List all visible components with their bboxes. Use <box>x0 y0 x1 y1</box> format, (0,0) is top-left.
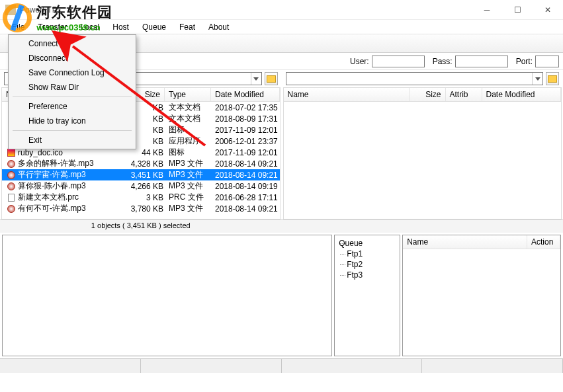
file-name: 新建文本文档.prc <box>18 192 79 203</box>
col-name[interactable]: Name <box>284 88 410 101</box>
folder-icon <box>548 75 557 83</box>
bottom-zone: Queue Ftp1 Ftp2 Ftp3 Name Action <box>0 233 563 358</box>
chevron-down-icon <box>535 77 541 81</box>
tree-node[interactable]: Ftp2 <box>337 259 397 270</box>
menu-item-preference[interactable]: Preference <box>10 99 134 114</box>
user-input[interactable] <box>372 56 425 67</box>
file-name: 有何不可-许嵩.mp3 <box>18 203 86 214</box>
list-item[interactable]: 平行宇宙-许嵩.mp33,451 KBMP3 文件2018-08-14 09:2… <box>2 169 280 180</box>
chevron-down-icon <box>253 77 259 81</box>
log-pane[interactable] <box>2 235 332 356</box>
remote-status <box>282 219 564 233</box>
tree-node[interactable]: Ftp1 <box>337 249 397 259</box>
file-dropdown: Connect Disconnect Save Connection Log S… <box>8 34 136 149</box>
menu-separator <box>13 97 132 97</box>
file-name: 算你狠-陈小春.mp3 <box>18 180 86 192</box>
queue-header: Name Action <box>403 235 560 249</box>
file-name: 多余的解释-许嵩.mp3 <box>18 158 94 169</box>
status-row: 1 objects ( 3,451 KB ) selected <box>0 219 563 233</box>
local-browse-button[interactable] <box>265 72 278 85</box>
titlebar: PowerFTP ─ ☐ ✕ <box>0 0 563 20</box>
remote-path-combo[interactable] <box>286 72 544 85</box>
pass-input[interactable] <box>455 56 508 67</box>
menu-item-exit[interactable]: Exit <box>10 133 134 147</box>
status-seg <box>422 359 563 373</box>
maximize-button[interactable]: ☐ <box>502 0 533 20</box>
audio-icon <box>6 171 17 180</box>
status-seg <box>141 359 282 373</box>
menu-separator <box>13 130 132 131</box>
remote-header: Name Size Attrib Date Modified <box>284 88 562 102</box>
user-label: User: <box>350 57 369 66</box>
menubar: File Transfer Local Host Queue Feat Abou… <box>0 20 563 34</box>
list-item[interactable]: 多余的解释-许嵩.mp34,328 KBMP3 文件2018-08-14 09:… <box>2 158 280 169</box>
close-button[interactable]: ✕ <box>533 0 563 20</box>
col-action[interactable]: Action <box>527 235 560 249</box>
col-type[interactable]: Type <box>165 88 211 101</box>
status-seg <box>282 359 423 373</box>
file-name: 平行宇宙-许嵩.mp3 <box>18 169 86 180</box>
audio-icon <box>6 182 17 191</box>
port-label: Port: <box>516 57 533 66</box>
remote-path-area <box>282 70 564 87</box>
menu-item-disconnect[interactable]: Disconnect <box>10 51 134 65</box>
list-item[interactable]: 有何不可-许嵩.mp33,780 KBMP3 文件2018-08-14 09:2… <box>2 203 280 214</box>
menu-item-show-raw-dir[interactable]: Show Raw Dir <box>10 80 134 95</box>
menu-local[interactable]: Local <box>74 21 107 33</box>
menu-feat[interactable]: Feat <box>173 21 202 33</box>
menu-queue[interactable]: Queue <box>136 21 173 33</box>
col-attrib[interactable]: Attrib <box>446 88 482 101</box>
port-input[interactable] <box>535 56 559 67</box>
local-status: 1 objects ( 3,451 KB ) selected <box>0 219 282 233</box>
remote-browse-button[interactable] <box>546 72 559 85</box>
pass-label: Pass: <box>433 57 453 66</box>
window-title: PowerFTP <box>20 5 472 15</box>
document-icon <box>6 193 17 202</box>
menu-file[interactable]: File <box>5 21 31 33</box>
status-seg <box>0 359 141 373</box>
menu-host[interactable]: Host <box>106 21 136 33</box>
remote-file-pane: Name Size Attrib Date Modified <box>283 87 562 219</box>
queue-tree[interactable]: Queue Ftp1 Ftp2 Ftp3 <box>334 235 400 356</box>
tree-root[interactable]: Queue <box>337 238 397 249</box>
col-size[interactable]: Size <box>410 88 446 101</box>
menu-item-hide-tray[interactable]: Hide to tray icon <box>10 114 134 128</box>
queue-list-pane[interactable]: Name Action <box>402 235 561 356</box>
menu-item-save-log[interactable]: Save Connection Log <box>10 65 134 80</box>
col-name[interactable]: Name <box>403 235 527 249</box>
tree-node[interactable]: Ftp3 <box>337 270 397 280</box>
col-date[interactable]: Date Modified <box>211 88 280 101</box>
menu-about[interactable]: About <box>202 21 236 33</box>
col-date[interactable]: Date Modified <box>482 88 562 101</box>
menu-item-connect[interactable]: Connect <box>10 36 134 51</box>
remote-rows[interactable] <box>284 102 562 219</box>
folder-icon <box>267 75 276 83</box>
footer-status <box>0 358 563 373</box>
audio-icon <box>6 204 17 214</box>
audio-icon <box>6 159 17 169</box>
list-item[interactable]: 算你狠-陈小春.mp34,266 KBMP3 文件2018-08-14 09:1… <box>2 180 280 192</box>
list-item[interactable]: 新建文本文档.prc3 KBPRC 文件2016-06-28 17:11 <box>2 192 280 203</box>
menu-transfer[interactable]: Transfer <box>31 21 73 33</box>
minimize-button[interactable]: ─ <box>472 0 502 20</box>
app-icon <box>5 5 16 15</box>
